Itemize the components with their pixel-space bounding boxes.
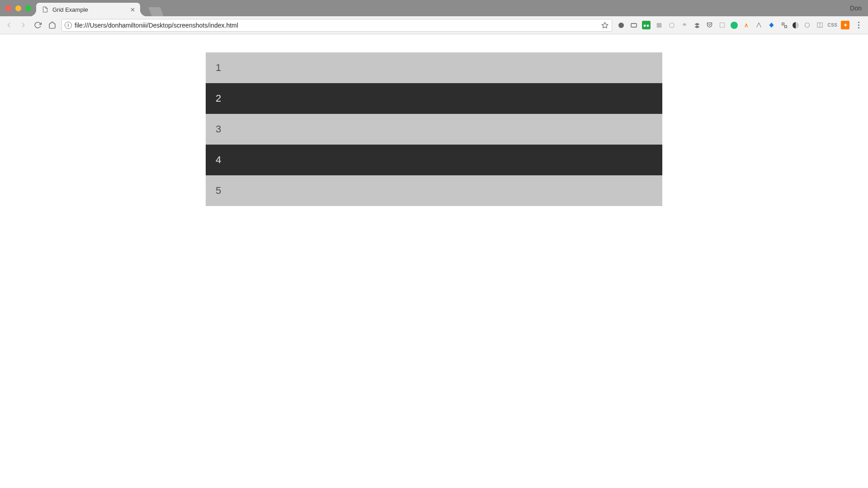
svg-marker-11	[769, 23, 774, 28]
grid-cell-label: 1	[216, 62, 221, 74]
browser-menu-button[interactable]	[854, 20, 863, 30]
svg-rect-4	[631, 23, 637, 27]
tab-strip: Grid Example	[36, 3, 162, 16]
extension-icon[interactable]	[767, 21, 776, 29]
extension-icon[interactable]	[718, 21, 726, 29]
grid-cell-label: 3	[216, 123, 221, 135]
svg-marker-7	[682, 23, 686, 26]
window-close-button[interactable]	[5, 5, 11, 11]
extension-icon[interactable]	[693, 21, 701, 29]
extension-icon[interactable]	[731, 22, 738, 29]
grid-cell-label: 2	[216, 93, 221, 104]
extension-icon[interactable]	[755, 21, 763, 29]
svg-marker-8	[694, 23, 700, 25]
grid-row: 4	[206, 145, 662, 175]
svg-rect-5	[656, 23, 661, 28]
address-bar[interactable]: i file:///Users/donhamiltoniii/Desktop/s…	[61, 19, 612, 32]
browser-toolbar: i file:///Users/donhamiltoniii/Desktop/s…	[0, 16, 868, 34]
forward-button[interactable]	[18, 20, 28, 30]
new-tab-button[interactable]	[148, 7, 163, 16]
extension-icon[interactable]	[629, 21, 638, 29]
extension-icon[interactable]: ●●	[642, 21, 651, 29]
tab-close-button[interactable]	[129, 6, 136, 13]
grid-row: 2	[206, 83, 662, 114]
tab-title: Grid Example	[52, 6, 126, 13]
extension-icon[interactable]	[680, 21, 689, 29]
svg-point-14	[805, 23, 810, 28]
window-controls	[0, 0, 31, 16]
profile-name[interactable]: Don	[850, 5, 862, 12]
grid-row: 5	[206, 175, 662, 206]
extension-icon[interactable]	[667, 21, 676, 29]
extension-icon[interactable]	[816, 21, 824, 29]
svg-point-3	[618, 23, 624, 28]
grid-cell-label: 5	[216, 185, 221, 197]
file-icon	[42, 6, 49, 13]
grid-cell-label: 4	[216, 154, 221, 166]
grid-row: 3	[206, 114, 662, 145]
svg-rect-10	[720, 23, 725, 28]
extension-icon[interactable]	[793, 22, 799, 28]
browser-tab[interactable]: Grid Example	[36, 3, 140, 16]
extension-icon[interactable]	[655, 21, 663, 29]
grid-row: 1	[206, 52, 662, 83]
home-button[interactable]	[47, 20, 57, 30]
svg-marker-9	[694, 25, 700, 28]
grid-container: 1 2 3 4 5	[206, 52, 662, 206]
page-viewport: 1 2 3 4 5	[0, 34, 868, 488]
extension-icon[interactable]: ✶	[841, 21, 849, 29]
pocket-icon[interactable]	[705, 21, 714, 29]
extensions-row: ●● ∧ CSS ✶	[617, 20, 864, 30]
svg-rect-12	[782, 23, 784, 25]
css-extension-icon[interactable]: CSS	[828, 21, 837, 29]
window-titlebar: Grid Example Don	[0, 0, 868, 16]
reload-button[interactable]	[33, 20, 42, 30]
svg-point-6	[669, 23, 674, 28]
svg-rect-13	[784, 25, 787, 28]
window-minimize-button[interactable]	[15, 5, 21, 11]
url-text: file:///Users/donhamiltoniii/Desktop/scr…	[75, 22, 598, 29]
site-info-icon[interactable]: i	[65, 22, 72, 29]
extension-icon[interactable]: ∧	[742, 21, 750, 29]
extension-icon[interactable]	[617, 21, 625, 29]
bookmark-star-icon[interactable]	[601, 21, 609, 29]
extension-icon[interactable]	[780, 21, 788, 29]
svg-marker-2	[602, 22, 608, 28]
back-button[interactable]	[4, 20, 14, 30]
extension-icon[interactable]	[803, 21, 811, 29]
